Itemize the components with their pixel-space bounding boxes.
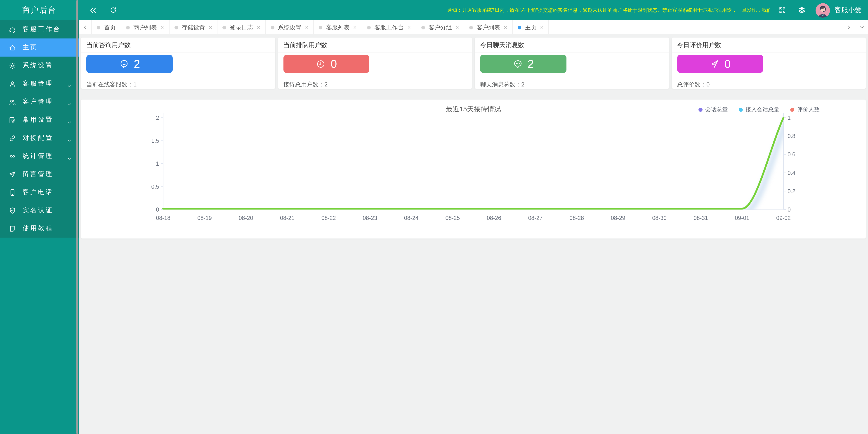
users-icon — [8, 98, 16, 106]
stat-card-footer: 总评价数：0 — [672, 80, 866, 89]
tabs-scroll-right-button[interactable] — [842, 20, 855, 34]
tab-客服工作台[interactable]: 客服工作台× — [362, 20, 416, 34]
stat-value: 0 — [724, 57, 731, 70]
svg-text:08-21: 08-21 — [280, 215, 294, 221]
infinity-icon — [8, 152, 16, 160]
sidebar-item-使用教程[interactable]: 使用教程 — [0, 220, 79, 238]
notice-marquee: 通知：开通客服系统7日内，请在"左下角"提交您的实名信息，逾期未认证的商户将处于… — [447, 0, 770, 20]
svg-text:0: 0 — [787, 206, 791, 213]
tab-登录日志[interactable]: 登录日志× — [217, 20, 266, 34]
svg-text:0.8: 0.8 — [787, 133, 796, 139]
stat-cards-row: 当前咨询用户数2当前在线客服数：1当前排队用户数0接待总用户数：2今日聊天消息数… — [81, 37, 866, 89]
sidebar-item-客服工作台[interactable]: 客服工作台 — [0, 20, 79, 38]
tab-商户列表[interactable]: 商户列表× — [121, 20, 169, 34]
chevron-down-icon — [67, 100, 72, 106]
tab-label: 客服工作台 — [374, 23, 404, 31]
user-icon — [8, 80, 16, 88]
chevron-down-icon — [859, 24, 865, 30]
sidebar-scrollbar[interactable] — [76, 0, 78, 434]
svg-text:08-25: 08-25 — [445, 215, 460, 221]
fullscreen-icon — [778, 6, 786, 14]
chevron-right-icon — [846, 24, 851, 30]
tab-系统设置[interactable]: 系统设置× — [266, 20, 314, 34]
stat-card-body: 0 — [278, 53, 472, 80]
tab-close-icon[interactable]: × — [540, 24, 544, 30]
sidebar-item-主页[interactable]: 主页 — [0, 38, 79, 57]
sidebar-item-label: 对接配置 — [23, 134, 53, 142]
tabs-menu-button[interactable] — [855, 20, 868, 34]
chevron-down-icon — [67, 138, 72, 143]
tab-label: 客户分组 — [428, 23, 452, 31]
sidebar: 商户后台 客服工作台主页系统设置客服管理客户管理常用设置对接配置统计管理留言管理… — [0, 0, 79, 434]
sidebar-item-对接配置[interactable]: 对接配置 — [0, 129, 79, 147]
svg-text:08-18: 08-18 — [156, 215, 170, 221]
svg-text:08-28: 08-28 — [569, 215, 584, 221]
sidebar-item-label: 使用教程 — [23, 225, 53, 233]
users-icon — [8, 98, 16, 106]
sidebar-item-实名认证[interactable]: 实名认证 — [0, 201, 79, 220]
tab-客户分组[interactable]: 客户分组× — [416, 20, 464, 34]
svg-text:0.2: 0.2 — [787, 188, 796, 194]
tab-close-icon[interactable]: × — [353, 24, 357, 30]
tab-close-icon[interactable]: × — [160, 24, 164, 30]
svg-text:08-20: 08-20 — [239, 215, 253, 221]
tab-dot — [271, 26, 274, 29]
chat-smile-icon — [119, 59, 129, 69]
tab-label: 存储设置 — [182, 23, 205, 31]
avatar[interactable] — [815, 3, 830, 18]
headset-icon — [8, 26, 16, 33]
tab-label: 主页 — [525, 23, 537, 31]
svg-text:08-29: 08-29 — [611, 215, 625, 221]
sidebar-item-统计管理[interactable]: 统计管理 — [0, 147, 79, 165]
tab-首页[interactable]: 首页 — [92, 20, 121, 34]
header: 通知：开通客服系统7日内，请在"左下角"提交您的实名信息，逾期未认证的商户将处于… — [79, 0, 868, 20]
tab-dot — [367, 26, 371, 29]
sidebar-item-label: 客服管理 — [23, 80, 53, 88]
sidebar-item-客户管理[interactable]: 客户管理 — [0, 93, 79, 111]
sidebar-item-客户电话[interactable]: 客户电话 — [0, 183, 79, 201]
chat-dots-icon — [513, 59, 523, 69]
fullscreen-icon[interactable] — [778, 6, 786, 14]
sidebar-item-客服管理[interactable]: 客服管理 — [0, 75, 79, 93]
stat-pill[interactable]: 2 — [480, 55, 566, 73]
mobile-icon — [8, 189, 16, 196]
layers-icon — [798, 6, 806, 15]
tab-dot — [518, 26, 521, 29]
chevron-down-icon — [67, 137, 72, 142]
tab-dot — [319, 26, 322, 29]
layers-icon[interactable] — [798, 6, 806, 15]
right-pane: 通知：开通客服系统7日内，请在"左下角"提交您的实名信息，逾期未认证的商户将处于… — [79, 0, 868, 434]
tab-close-icon[interactable]: × — [305, 24, 309, 30]
sidebar-menu: 客服工作台主页系统设置客服管理客户管理常用设置对接配置统计管理留言管理客户电话实… — [0, 20, 79, 238]
tab-close-icon[interactable]: × — [257, 24, 260, 30]
sidebar-item-留言管理[interactable]: 留言管理 — [0, 165, 79, 183]
tab-客服列表[interactable]: 客服列表× — [314, 20, 362, 34]
link-icon — [8, 134, 16, 142]
stat-card-body: 2 — [475, 53, 669, 80]
stat-pill[interactable]: 0 — [283, 55, 369, 73]
stat-pill[interactable]: 2 — [86, 55, 173, 73]
refresh-icon[interactable] — [110, 6, 117, 14]
form-icon — [8, 116, 16, 124]
sidebar-item-系统设置[interactable]: 系统设置 — [0, 57, 79, 75]
collapse-sidebar-icon[interactable] — [89, 6, 98, 15]
stat-card-今日聊天消息数: 今日聊天消息数2聊天消息总数：2 — [475, 37, 669, 89]
chevron-down-icon — [67, 102, 72, 107]
username[interactable]: 客服小爱 — [835, 6, 862, 15]
tab-存储设置[interactable]: 存储设置× — [169, 20, 217, 34]
stat-pill[interactable]: 0 — [677, 55, 763, 73]
stat-card-当前排队用户数: 当前排队用户数0接待总用户数：2 — [278, 37, 472, 89]
tab-close-icon[interactable]: × — [209, 24, 212, 30]
tab-dot — [174, 26, 178, 29]
sidebar-item-label: 系统设置 — [23, 62, 53, 70]
sidebar-item-常用设置[interactable]: 常用设置 — [0, 111, 79, 129]
tab-主页[interactable]: 主页× — [513, 20, 549, 34]
tab-close-icon[interactable]: × — [407, 24, 411, 30]
tabs-scroll-left-button[interactable] — [79, 20, 92, 34]
svg-text:08-22: 08-22 — [321, 215, 336, 221]
tab-close-icon[interactable]: × — [504, 24, 507, 30]
tab-close-icon[interactable]: × — [456, 24, 459, 30]
stat-value: 0 — [331, 57, 337, 70]
tab-label: 商户列表 — [133, 23, 157, 31]
tab-客户列表[interactable]: 客户列表× — [464, 20, 513, 34]
